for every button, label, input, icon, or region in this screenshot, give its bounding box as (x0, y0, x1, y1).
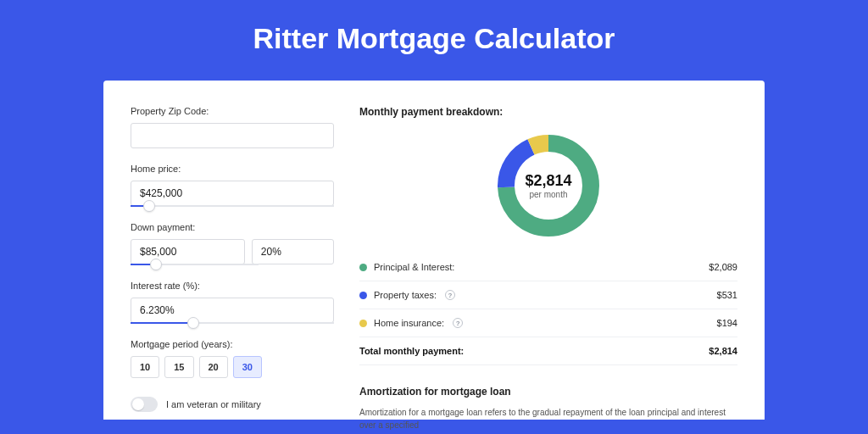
home-price-slider[interactable] (131, 205, 334, 207)
period-button-10[interactable]: 10 (131, 356, 159, 378)
veteran-toggle[interactable] (131, 397, 158, 412)
interest-rate-field-group: Interest rate (%): (131, 281, 334, 324)
legend-amount: $194 (717, 318, 737, 328)
legend-label: Property taxes: (374, 290, 437, 300)
donut-chart: $2,814 per month (494, 131, 603, 240)
interest-rate-slider[interactable] (131, 322, 334, 324)
donut-sublabel: per month (529, 190, 567, 199)
calculator-card: Property Zip Code: Home price: Down paym… (103, 81, 765, 420)
total-amount: $2,814 (709, 346, 737, 356)
period-button-30[interactable]: 30 (233, 356, 262, 378)
slider-thumb[interactable] (143, 200, 155, 212)
interest-rate-label: Interest rate (%): (131, 281, 334, 291)
legend-dot-icon (359, 320, 367, 327)
legend-row: Home insurance:?$194 (359, 309, 737, 337)
total-label: Total monthly payment: (359, 346, 464, 356)
home-price-label: Home price: (131, 164, 334, 174)
donut-chart-wrap: $2,814 per month (359, 121, 737, 253)
legend-label: Principal & Interest: (374, 262, 454, 272)
toggle-knob (132, 398, 144, 410)
legend-amount: $531 (717, 290, 737, 300)
donut-center: $2,814 per month (494, 131, 603, 240)
info-icon[interactable]: ? (445, 290, 455, 300)
total-row: Total monthly payment: $2,814 (359, 337, 737, 365)
mortgage-period-field-group: Mortgage period (years): 10152030 (131, 339, 334, 378)
period-button-15[interactable]: 15 (164, 356, 193, 378)
info-icon[interactable]: ? (453, 318, 463, 328)
home-price-field-group: Home price: (131, 164, 334, 207)
down-payment-slider[interactable] (131, 264, 259, 265)
amortization-body: Amortization for a mortgage loan refers … (359, 406, 737, 431)
period-button-20[interactable]: 20 (199, 356, 228, 378)
down-payment-pct-input[interactable] (252, 239, 334, 264)
legend-row: Principal & Interest:$2,089 (359, 253, 737, 281)
slider-thumb[interactable] (187, 317, 199, 329)
form-column: Property Zip Code: Home price: Down paym… (131, 106, 334, 420)
slider-thumb[interactable] (150, 259, 162, 270)
home-price-input[interactable] (131, 181, 334, 206)
veteran-toggle-row: I am veteran or military (131, 397, 334, 412)
down-payment-field-group: Down payment: (131, 222, 334, 265)
zip-input[interactable] (131, 123, 334, 148)
mortgage-period-label: Mortgage period (years): (131, 339, 334, 349)
legend-row: Property taxes:?$531 (359, 281, 737, 309)
interest-rate-input[interactable] (131, 298, 334, 323)
down-payment-label: Down payment: (131, 222, 334, 232)
legend-label: Home insurance: (374, 318, 444, 328)
amortization-title: Amortization for mortgage loan (359, 386, 737, 398)
donut-value: $2,814 (525, 172, 571, 190)
veteran-toggle-label: I am veteran or military (166, 399, 261, 409)
zip-label: Property Zip Code: (131, 106, 334, 116)
down-payment-input[interactable] (131, 239, 245, 264)
breakdown-column: Monthly payment breakdown: $2,814 per mo… (359, 106, 737, 420)
page-title: Ritter Mortgage Calculator (0, 0, 868, 81)
breakdown-legend: Principal & Interest:$2,089Property taxe… (359, 253, 737, 337)
breakdown-title: Monthly payment breakdown: (359, 106, 737, 118)
zip-field-group: Property Zip Code: (131, 106, 334, 148)
legend-dot-icon (359, 264, 367, 271)
mortgage-period-buttons: 10152030 (131, 356, 334, 378)
legend-amount: $2,089 (709, 262, 737, 272)
legend-dot-icon (359, 292, 367, 299)
